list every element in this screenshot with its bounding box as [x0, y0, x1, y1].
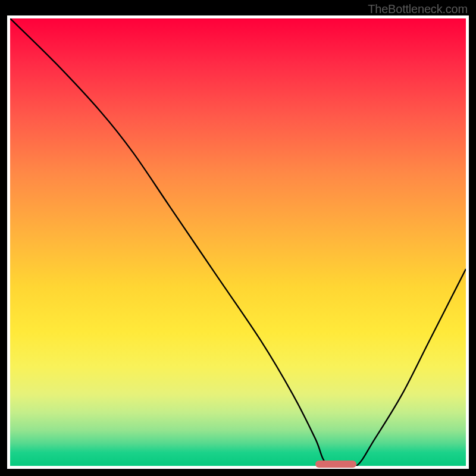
optimal-range-marker [315, 461, 356, 468]
bottleneck-curve [10, 18, 466, 466]
watermark-text: TheBottleneck.com [368, 2, 468, 16]
chart-frame [7, 15, 469, 469]
chart-gradient-background [10, 18, 466, 466]
